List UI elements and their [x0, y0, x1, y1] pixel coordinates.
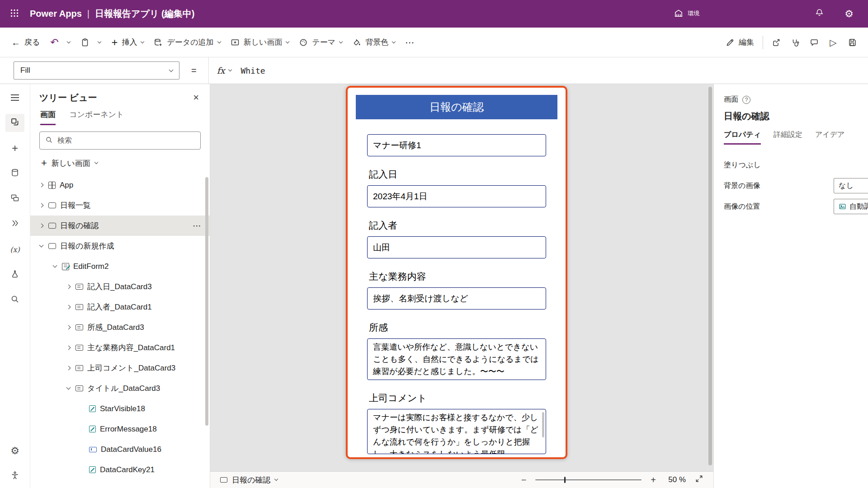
chevron-right-icon[interactable] [63, 326, 74, 329]
search-input[interactable] [57, 136, 195, 145]
textarea-control[interactable]: マナーは実際にお客様と接するなかで、少しずつ身に付いていきます。まず研修では「ど… [367, 409, 546, 454]
tree-item[interactable]: 日報一覧 [30, 195, 210, 216]
paste-button[interactable] [75, 33, 94, 52]
tree-item[interactable]: 記入者_DataCard1 [30, 297, 210, 317]
tree-search-box[interactable] [39, 131, 201, 150]
more-commands-button[interactable]: ⋯ [400, 33, 419, 52]
undo-dropdown[interactable] [64, 33, 74, 52]
app-name-label: 日報報告アプリ (編集中) [95, 8, 194, 20]
insert-rail-button[interactable]: + [5, 139, 24, 157]
tab-ideas[interactable]: アイデア [815, 130, 845, 145]
tree-item[interactable]: 日報の確認⋯ [30, 216, 210, 236]
tab-properties[interactable]: プロパティ [724, 130, 761, 145]
tree-item[interactable]: ErrorMessage18 [30, 419, 210, 439]
textinput-control[interactable]: 山田 [367, 236, 546, 258]
fit-to-window-button[interactable] [695, 474, 703, 485]
tab-advanced[interactable]: 詳細設定 [774, 130, 802, 145]
textinput-control[interactable]: 挨拶、名刺受け渡しなど [367, 287, 546, 310]
tree-item[interactable]: 記入日_DataCard3 [30, 277, 210, 297]
help-icon[interactable]: ? [742, 96, 750, 104]
tree-view-button[interactable] [5, 114, 24, 132]
expand-icon [695, 474, 703, 485]
zoom-slider[interactable] [535, 479, 642, 480]
accessibility-button[interactable] [5, 467, 24, 485]
tree-item[interactable]: DataCardValue16 [30, 439, 210, 460]
chevron-right-icon[interactable] [36, 183, 47, 187]
app-header: Power Apps | 日報報告アプリ (編集中) 環境 [0, 0, 868, 28]
settings-button[interactable]: ⚙ [840, 5, 858, 23]
tree-scrollbar[interactable] [205, 177, 208, 426]
chevron-down-icon [392, 39, 396, 43]
theme-button[interactable]: テーマ [294, 33, 347, 52]
item-more-menu[interactable]: ⋯ [190, 221, 204, 231]
image-position-dropdown[interactable]: 自動調整 [834, 199, 868, 214]
menu-button[interactable] [5, 89, 24, 107]
variables-button[interactable]: (x) [5, 240, 24, 258]
power-automate-button[interactable] [5, 215, 24, 233]
zoom-slider-handle[interactable] [564, 477, 566, 483]
waffle-icon [10, 9, 19, 19]
chevron-right-icon[interactable] [36, 224, 47, 227]
screen-selector[interactable]: 日報の確認 [220, 475, 278, 485]
tree-item[interactable]: 上司コメント_DataCard3 [30, 358, 210, 378]
tree-item[interactable]: StarVisible18 [30, 399, 210, 419]
undo-button[interactable]: ↶ [45, 33, 64, 52]
textarea-control[interactable]: 言葉遣いや所作など、意識しないとできないことも多く、自然にできるようになるまでは… [367, 338, 546, 380]
tree-item[interactable]: 主な業務内容_DataCard1 [30, 338, 210, 358]
new-screen-label: 新しい画面 [52, 158, 90, 169]
app-checker-button[interactable] [786, 33, 805, 52]
chevron-down-icon[interactable] [63, 388, 74, 389]
chevron-down-icon [94, 160, 98, 164]
background-image-dropdown[interactable]: なし [834, 178, 868, 193]
tree-item[interactable]: 日報の新規作成 [30, 236, 210, 256]
media-button[interactable] [5, 190, 24, 208]
fx-dropdown[interactable]: fx [217, 66, 232, 75]
insert-button[interactable]: + 挿入 [106, 33, 149, 52]
canvas-vertical-scrollbar[interactable] [708, 87, 712, 465]
screen-preview[interactable]: 日報の確認 マナー研修1 記入日2023年4月1日記入者山田主な業務内容挨拶、名… [346, 86, 567, 459]
share-button[interactable] [767, 33, 786, 52]
title-input[interactable]: マナー研修1 [367, 134, 546, 156]
property-selector[interactable]: Fill [14, 61, 179, 80]
chevron-right-icon[interactable] [63, 346, 74, 349]
screen-title-bar[interactable]: 日報の確認 [356, 95, 557, 119]
properties-panel: 画面 ? 日報の確認 プロパティ 詳細設定 アイデア 塗りつぶし 背景の画像 な… [713, 84, 868, 488]
chevron-right-icon[interactable] [63, 305, 74, 309]
chevron-right-icon[interactable] [63, 366, 74, 370]
comments-button[interactable] [805, 33, 824, 52]
tree-item[interactable]: App [30, 175, 210, 195]
textinput-control[interactable]: 2023年4月1日 [367, 185, 546, 207]
back-button[interactable]: ← 戻る [6, 33, 45, 52]
edit-button[interactable]: 編集 [721, 33, 759, 52]
background-color-button[interactable]: 背景色 [347, 33, 400, 52]
tree-item[interactable]: タイトル_DataCard3 [30, 378, 210, 399]
new-screen-tree-button[interactable]: + 新しい画面 [39, 154, 201, 172]
tree-item[interactable]: DataCardKey21 [30, 460, 210, 480]
paste-dropdown[interactable] [94, 33, 104, 52]
tab-screens[interactable]: 画面 [40, 109, 56, 125]
environment-picker[interactable]: 環境 [674, 8, 699, 20]
notifications-button[interactable] [810, 5, 828, 23]
formula-input[interactable]: White [241, 66, 265, 75]
tree-item[interactable]: EditForm2 [30, 256, 210, 277]
tests-button[interactable] [5, 266, 24, 284]
search-rail-button[interactable] [5, 291, 24, 309]
zoom-in-button[interactable]: + [651, 475, 656, 484]
add-data-button[interactable]: データの追加 [149, 33, 225, 52]
close-icon[interactable]: × [191, 92, 201, 103]
card-icon [75, 385, 83, 391]
preview-button[interactable]: ▷ [824, 33, 843, 52]
waffle-menu-button[interactable] [5, 4, 24, 24]
zoom-out-button[interactable]: − [521, 475, 527, 484]
rail-settings-button[interactable]: ⚙ [5, 442, 24, 460]
save-button[interactable] [843, 33, 862, 52]
data-button[interactable] [5, 164, 24, 183]
tab-components[interactable]: コンポーネント [69, 109, 124, 125]
chevron-right-icon[interactable] [36, 204, 47, 207]
tree-item[interactable]: 所感_DataCard3 [30, 317, 210, 338]
new-screen-button[interactable]: 新しい画面 [226, 33, 294, 52]
design-canvas[interactable]: 日報の確認 マナー研修1 記入日2023年4月1日記入者山田主な業務内容挨拶、名… [210, 84, 713, 471]
chevron-down-icon[interactable] [49, 266, 60, 267]
chevron-down-icon[interactable] [36, 245, 47, 247]
chevron-right-icon[interactable] [63, 285, 74, 288]
